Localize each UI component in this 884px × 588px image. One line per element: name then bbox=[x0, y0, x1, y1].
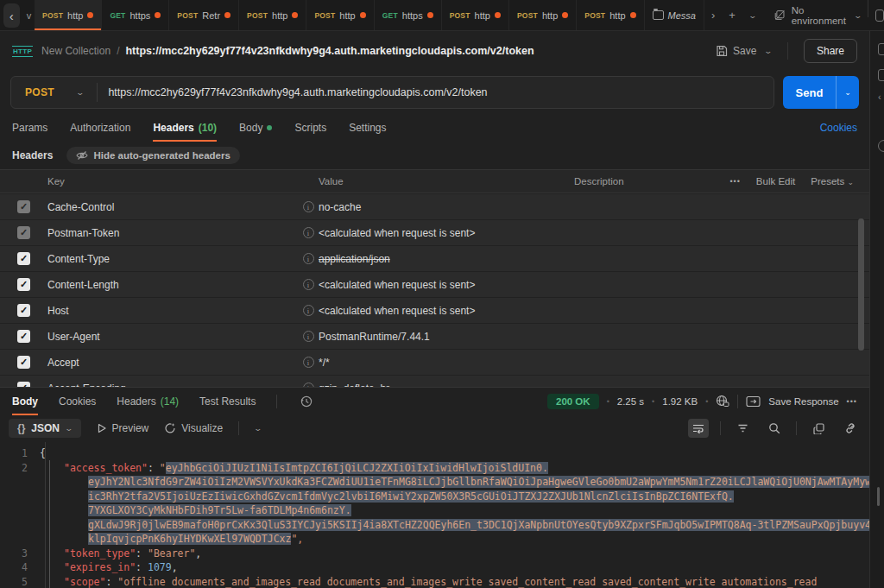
breadcrumb-collection[interactable]: New Collection bbox=[41, 45, 110, 57]
visualize-button[interactable]: Visualize bbox=[164, 422, 223, 434]
code-scrollbar[interactable] bbox=[877, 487, 880, 506]
request-tab-4[interactable]: POST http bbox=[239, 0, 306, 30]
preview-button[interactable]: Preview bbox=[97, 422, 149, 434]
info-icon: i bbox=[303, 305, 314, 316]
header-key[interactable]: Postman-Token bbox=[47, 227, 119, 239]
unsaved-dot-icon bbox=[224, 12, 230, 18]
header-value[interactable]: <calculated when request is sent> bbox=[319, 305, 475, 317]
tab-method: POST bbox=[42, 11, 63, 20]
more-options-icon[interactable]: ••• bbox=[729, 177, 740, 186]
headers-table-scrollbar[interactable] bbox=[858, 218, 864, 351]
header-value[interactable]: PostmanRuntime/7.44.1 bbox=[319, 331, 430, 343]
response-body-editor[interactable]: 1 { 2 "access_token": "eyJhbGciOiJIUzI1N… bbox=[0, 442, 869, 588]
request-tab-5[interactable]: POST http bbox=[306, 0, 374, 30]
unsaved-dot-icon bbox=[427, 12, 433, 18]
breadcrumb-request-title[interactable]: https://mcc2hy629yf77f4v23nfkdwhy9g4.aut… bbox=[125, 45, 534, 57]
tab-scroll-next-button[interactable]: › bbox=[704, 0, 722, 30]
wrap-text-button[interactable] bbox=[688, 419, 709, 438]
row-checkbox[interactable]: ✓ bbox=[17, 200, 30, 213]
method-dropdown[interactable]: POST ⌄ bbox=[11, 86, 97, 98]
tab-settings[interactable]: Settings bbox=[349, 114, 386, 142]
tab-body[interactable]: Body bbox=[239, 114, 272, 142]
hide-auto-generated-headers-button[interactable]: Hide auto-generated headers bbox=[66, 147, 239, 164]
back-button[interactable]: ‹ bbox=[3, 3, 20, 28]
save-response-button[interactable]: Save Response bbox=[768, 396, 838, 407]
request-tab-3[interactable]: POST Retr bbox=[169, 0, 239, 30]
network-globe-icon[interactable] bbox=[716, 395, 729, 408]
url-text[interactable]: https://mcc2hy629yf77f4v23nfkdwhy9g4.aut… bbox=[108, 86, 487, 98]
filter-button[interactable] bbox=[732, 419, 753, 438]
link-button[interactable] bbox=[840, 419, 861, 438]
header-key[interactable]: Content-Length bbox=[47, 279, 119, 291]
column-header-value: Value bbox=[319, 176, 344, 187]
header-value[interactable]: <calculated when request is sent> bbox=[319, 227, 475, 239]
tab-method: GET bbox=[110, 11, 125, 20]
response-tab-test-results[interactable]: Test Results bbox=[199, 388, 256, 415]
search-button[interactable] bbox=[764, 419, 785, 438]
partial-tab[interactable]: v bbox=[23, 0, 35, 30]
response-history-icon[interactable] bbox=[300, 395, 313, 408]
send-options-chevron-icon[interactable]: ⌄ bbox=[837, 76, 859, 109]
right-rail-circle-icon[interactable] bbox=[878, 140, 884, 152]
response-size[interactable]: 1.92 KB bbox=[662, 396, 698, 407]
presets-dropdown[interactable]: Presets ⌄ bbox=[811, 176, 854, 187]
response-tab-headers[interactable]: Headers (14) bbox=[117, 388, 179, 415]
row-checkbox[interactable]: ✓ bbox=[17, 356, 30, 369]
folder-tab[interactable]: Messa bbox=[645, 0, 704, 30]
tab-label: http bbox=[542, 10, 558, 21]
row-checkbox[interactable]: ✓ bbox=[17, 304, 30, 317]
header-value[interactable]: application/json bbox=[319, 253, 390, 265]
row-checkbox[interactable]: ✓ bbox=[17, 226, 30, 239]
response-tab-cookies[interactable]: Cookies bbox=[59, 388, 96, 415]
view-options-chevron-icon[interactable]: ⌄ bbox=[254, 424, 263, 433]
header-key[interactable]: Host bbox=[47, 305, 69, 317]
tab-method: POST bbox=[517, 11, 538, 20]
header-key[interactable]: Content-Type bbox=[47, 253, 110, 265]
request-tab-8[interactable]: POST http bbox=[509, 0, 577, 30]
status-badge[interactable]: 200 OK bbox=[547, 394, 599, 409]
url-input[interactable]: POST ⌄ https://mcc2hy629yf77f4v23nfkdwhy… bbox=[10, 76, 774, 109]
headers-section-title: Headers bbox=[12, 149, 53, 161]
format-dropdown[interactable]: {} JSON ⌄ bbox=[9, 419, 81, 438]
info-icon: i bbox=[303, 227, 314, 238]
send-label[interactable]: Send bbox=[783, 76, 837, 109]
row-checkbox[interactable]: ✓ bbox=[17, 330, 30, 343]
request-tab-2[interactable]: GET https bbox=[102, 0, 169, 30]
save-response-icon bbox=[746, 395, 761, 408]
response-time[interactable]: 2.25 s bbox=[617, 396, 644, 407]
row-checkbox[interactable]: ✓ bbox=[17, 278, 30, 291]
header-value[interactable]: <calculated when request is sent> bbox=[319, 279, 475, 291]
tab-headers[interactable]: Headers (10) bbox=[153, 114, 217, 142]
response-more-options-icon[interactable]: ••• bbox=[847, 397, 857, 406]
environment-quick-look-icon[interactable] bbox=[875, 9, 884, 22]
tab-params[interactable]: Params bbox=[12, 114, 47, 142]
response-tab-body[interactable]: Body bbox=[12, 388, 38, 415]
right-rail-icon[interactable] bbox=[878, 69, 884, 81]
header-key[interactable]: User-Agent bbox=[47, 331, 100, 343]
save-options-chevron-icon[interactable]: ⌄ bbox=[764, 47, 774, 55]
json-string-value: "offline documents_and_images_read docum… bbox=[117, 576, 817, 588]
request-tab-6[interactable]: GET https bbox=[375, 0, 442, 30]
cookies-link[interactable]: Cookies bbox=[820, 122, 857, 134]
header-value[interactable]: no-cache bbox=[319, 201, 361, 213]
environment-selector[interactable]: No environment ⌄ bbox=[774, 0, 861, 30]
tab-options-chevron-icon[interactable]: ⌄ bbox=[738, 0, 767, 30]
header-row-content-length: ✓ Content-Length i <calculated when requ… bbox=[0, 272, 869, 297]
header-value[interactable]: */* bbox=[319, 357, 330, 369]
share-button[interactable]: Share bbox=[804, 39, 857, 63]
request-tab-7[interactable]: POST http bbox=[442, 0, 509, 30]
tab-authorization[interactable]: Authorization bbox=[70, 114, 130, 142]
send-button[interactable]: Send ⌄ bbox=[783, 76, 859, 109]
request-tab-9[interactable]: POST http bbox=[577, 0, 644, 30]
row-checkbox[interactable]: ✓ bbox=[17, 252, 30, 265]
right-rail-icon[interactable] bbox=[878, 43, 884, 55]
copy-button[interactable] bbox=[808, 419, 829, 438]
bulk-edit-button[interactable]: Bulk Edit bbox=[756, 176, 795, 187]
request-tab-1[interactable]: POST http bbox=[35, 0, 102, 30]
tab-label: Scripts bbox=[294, 122, 326, 134]
header-key[interactable]: Cache-Control bbox=[47, 201, 114, 213]
tab-scripts[interactable]: Scripts bbox=[294, 114, 326, 142]
header-key[interactable]: Accept bbox=[47, 357, 79, 369]
save-button[interactable]: Save bbox=[716, 45, 756, 57]
right-rail-chevron-icon[interactable]: ‹ bbox=[878, 92, 884, 104]
